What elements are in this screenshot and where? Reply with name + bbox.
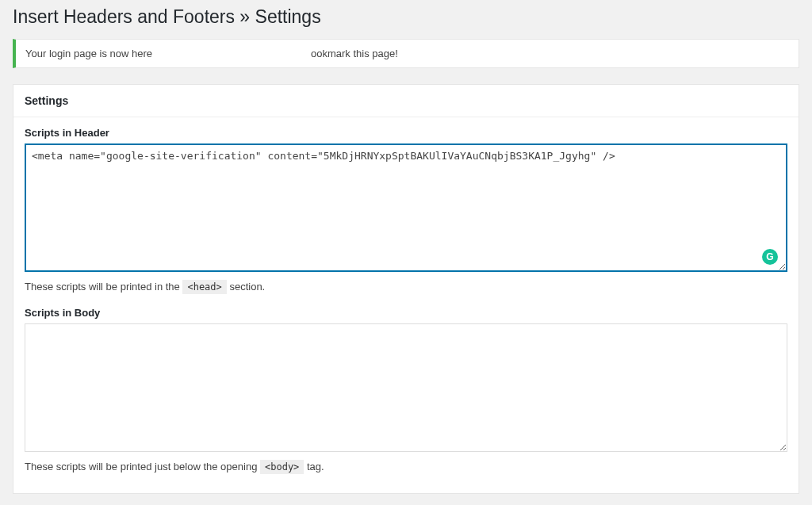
grammarly-icon[interactable]: G [762,249,778,265]
panel-heading: Settings [13,85,799,117]
notice-text-suffix: ookmark this page! [311,48,398,59]
notice-text-prefix: Your login page is now here [25,48,152,59]
body-scripts-help-suffix: tag. [307,461,324,472]
body-tag-code: <body> [260,460,304,474]
settings-panel: Settings Scripts in Header G These scrip… [13,84,799,494]
header-scripts-help-prefix: These scripts will be printed in the [25,281,182,293]
login-moved-notice: Your login page is now here ookmark this… [13,39,799,68]
header-scripts-label: Scripts in Header [25,127,787,139]
head-tag-code: <head> [182,280,226,294]
notice-obscured-segment [152,48,311,59]
header-scripts-help: These scripts will be printed in the <he… [25,281,787,293]
page-title: Insert Headers and Footers » Settings [0,0,812,39]
body-scripts-textarea[interactable] [25,323,787,452]
header-scripts-help-suffix: section. [229,281,265,293]
body-scripts-label: Scripts in Body [25,307,787,319]
body-scripts-field: Scripts in Body These scripts will be pr… [25,307,787,472]
body-scripts-help-prefix: These scripts will be printed just below… [25,461,260,472]
header-scripts-field: Scripts in Header G These scripts will b… [25,127,787,293]
header-scripts-textarea[interactable] [25,143,787,272]
body-scripts-help: These scripts will be printed just below… [25,461,787,472]
